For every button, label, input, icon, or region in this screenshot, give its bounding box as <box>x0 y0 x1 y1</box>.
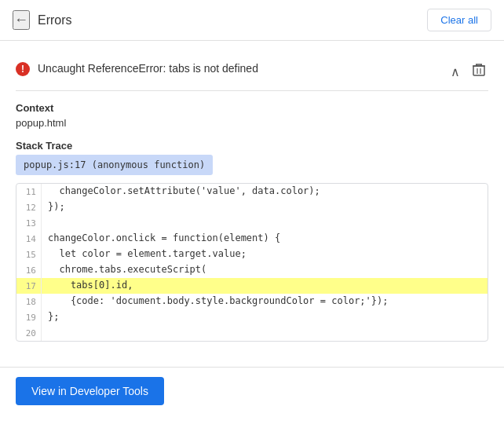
line-number: 19 <box>16 309 42 325</box>
footer: View in Developer Tools <box>0 367 504 415</box>
line-number: 15 <box>16 247 42 262</box>
line-code: tabs[0].id, <box>42 278 488 294</box>
code-line: 18 {code: 'document.body.style.backgroun… <box>16 294 488 309</box>
code-line: 20 <box>16 325 488 341</box>
code-line: 16 chrome.tabs.executeScript( <box>16 262 488 278</box>
trash-icon <box>473 63 485 81</box>
line-number: 11 <box>16 184 42 199</box>
error-actions <box>447 61 488 82</box>
code-line: 14changeColor.onclick = function(element… <box>16 231 488 247</box>
clear-all-button[interactable]: Clear all <box>427 9 491 31</box>
code-block-wrapper: 11 changeColor.setAttribute('value', dat… <box>16 183 488 342</box>
line-code <box>42 215 488 231</box>
header: ← Errors Clear all <box>0 0 504 41</box>
line-number: 18 <box>16 294 42 309</box>
line-code <box>42 325 488 341</box>
line-number: 16 <box>16 262 42 278</box>
stack-trace-highlight: popup.js:17 (anonymous function) <box>16 155 213 175</box>
line-code: let color = element.target.value; <box>42 247 488 262</box>
line-code: changeColor.onclick = function(element) … <box>42 231 488 247</box>
line-number: 17 <box>16 278 42 294</box>
line-code: chrome.tabs.executeScript( <box>42 262 488 278</box>
view-devtools-button[interactable]: View in Developer Tools <box>16 377 164 405</box>
line-number: 12 <box>16 199 42 215</box>
error-left: ! Uncaught ReferenceError: tabs is not d… <box>16 61 447 77</box>
line-code: {code: 'document.body.style.backgroundCo… <box>42 294 488 309</box>
error-message: Uncaught ReferenceError: tabs is not def… <box>38 61 258 77</box>
error-icon: ! <box>16 62 30 76</box>
header-left: ← Errors <box>13 10 72 30</box>
svg-rect-0 <box>473 66 484 75</box>
line-number: 13 <box>16 215 42 231</box>
content-area: ! Uncaught ReferenceError: tabs is not d… <box>0 41 504 367</box>
delete-button[interactable] <box>469 61 488 82</box>
line-number: 14 <box>16 231 42 247</box>
code-line: 13 <box>16 215 488 231</box>
context-value: popup.html <box>16 117 488 129</box>
page-title: Errors <box>38 13 72 27</box>
code-line: 19}; <box>16 309 488 325</box>
context-label: Context <box>16 102 488 114</box>
code-line: 17 tabs[0].id, <box>16 278 488 294</box>
line-code: }); <box>42 199 488 215</box>
code-line: 11 changeColor.setAttribute('value', dat… <box>16 184 488 199</box>
back-button[interactable]: ← <box>13 10 30 30</box>
chevron-up-icon <box>451 64 460 79</box>
expand-button[interactable] <box>447 63 463 81</box>
code-block[interactable]: 11 changeColor.setAttribute('value', dat… <box>16 183 488 342</box>
error-item: ! Uncaught ReferenceError: tabs is not d… <box>16 53 488 91</box>
code-line: 15 let color = element.target.value; <box>16 247 488 262</box>
stack-trace-label: Stack Trace <box>16 140 488 152</box>
line-code: }; <box>42 309 488 325</box>
code-line: 12}); <box>16 199 488 215</box>
line-number: 20 <box>16 325 42 341</box>
line-code: changeColor.setAttribute('value', data.c… <box>42 184 488 199</box>
